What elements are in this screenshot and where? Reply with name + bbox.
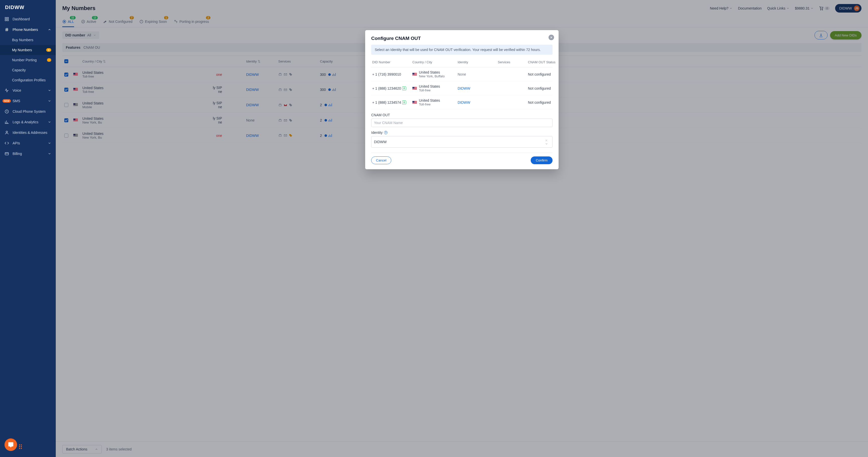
country-cell: United StatesNew York, Buffalo: [412, 70, 455, 78]
chat-button[interactable]: [4, 438, 17, 451]
info-message: Select an Identity that will be used for…: [371, 45, 553, 55]
nav-sub-buy[interactable]: Buy Numbers: [0, 35, 56, 45]
mcol-status: CNAM OUT Status: [528, 60, 561, 64]
voice-icon: [4, 88, 9, 93]
mcol-country: Country / City: [412, 60, 455, 64]
nav-label: Voice: [12, 88, 21, 92]
nav-label: APIs: [12, 141, 20, 145]
nav-cloud-phone[interactable]: Cloud Phone System: [0, 106, 56, 117]
nav-sub-config-profiles[interactable]: Configuration Profiles: [0, 75, 56, 85]
main-content: My Numbers Need Help? Documentation Quic…: [56, 0, 868, 457]
identity-cell: None: [458, 72, 495, 76]
chevron-down-icon: [48, 89, 51, 92]
clear-icon[interactable]: ✕: [545, 139, 548, 142]
code-icon: [4, 141, 9, 145]
nav-sub-capacity[interactable]: Capacity: [0, 65, 56, 75]
nav-label: Billing: [12, 152, 22, 156]
country-cell: United StatesToll-free: [412, 85, 455, 92]
id-badge-icon: [402, 100, 406, 104]
did-cell: + 1 (716) 3990010: [372, 72, 410, 76]
nav-sub-label: Number Porting: [12, 58, 37, 62]
status-cell: Not configured: [528, 72, 561, 76]
grid-icon: [4, 17, 9, 21]
country-cell: United StatesToll-free: [412, 98, 455, 106]
nav-sub-label: Capacity: [12, 68, 26, 72]
user-icon: [4, 130, 9, 135]
svg-rect-2: [5, 20, 6, 21]
flag-us-icon: [412, 87, 417, 90]
clock-icon: [4, 109, 9, 114]
nav-voice[interactable]: Voice: [0, 85, 56, 96]
modal-row: + 1 (888) 1234620 United StatesToll-free…: [371, 81, 553, 95]
close-button[interactable]: [549, 35, 554, 40]
svg-point-23: [404, 87, 404, 88]
modal-row: + 1 (716) 3990010 United StatesNew York,…: [371, 67, 553, 81]
flag-us-icon: [412, 73, 417, 76]
field-label: Identity: [371, 131, 382, 135]
help-icon[interactable]: ?: [384, 131, 388, 134]
nav-sub-porting[interactable]: Number Porting !: [0, 55, 56, 65]
nav-logs[interactable]: Logs & Analytics: [0, 117, 56, 127]
svg-rect-6: [5, 153, 8, 155]
brand-logo[interactable]: DIDWW: [0, 0, 56, 14]
configure-cnam-modal: Configure CNAM OUT Select an Identity th…: [365, 30, 559, 169]
svg-rect-0: [5, 17, 6, 19]
nav-label: SMS: [12, 99, 20, 103]
wallet-icon: [4, 152, 9, 156]
svg-rect-3: [7, 20, 8, 21]
close-icon: [550, 36, 553, 39]
nav-sms[interactable]: NEW SMS: [0, 96, 56, 106]
did-cell: + 1 (888) 1234620: [372, 86, 410, 90]
mcol-did: DID Number: [372, 60, 410, 64]
did-cell: + 1 (888) 1234574: [372, 100, 410, 104]
modal-overlay[interactable]: Configure CNAM OUT Select an Identity th…: [56, 0, 868, 457]
cancel-button[interactable]: Cancel: [371, 157, 391, 164]
identity-label: Identity ?: [371, 131, 553, 135]
nav-apis[interactable]: APIs: [0, 138, 56, 149]
nav-label: Dashboard: [12, 17, 30, 21]
cnam-out-label: CNAM OUT: [371, 113, 553, 117]
chevron-down-icon: [48, 99, 51, 103]
chevron-down-icon: [545, 142, 548, 145]
mcol-identity: Identity: [458, 60, 495, 64]
modal-row: + 1 (888) 1234574 United StatesToll-free…: [371, 95, 553, 109]
status-cell: Not configured: [528, 100, 561, 104]
identity-cell[interactable]: DIDWW: [458, 86, 495, 90]
select-value: DIDWW: [374, 140, 387, 144]
drag-handle-icon[interactable]: [19, 445, 22, 449]
hash-icon: [4, 27, 9, 32]
modal-title: Configure CNAM OUT: [371, 36, 553, 41]
mcol-services: Services: [498, 60, 525, 64]
cnam-out-input[interactable]: [371, 119, 553, 127]
nav-sub-label: Buy Numbers: [12, 38, 33, 42]
svg-point-5: [6, 131, 7, 133]
identity-select[interactable]: DIDWW ✕: [371, 136, 553, 148]
chevron-up-icon: [48, 28, 51, 31]
chevron-down-icon: [48, 152, 51, 156]
svg-rect-1: [7, 17, 8, 19]
chevron-down-icon: [48, 120, 51, 124]
sidebar: DIDWW Dashboard Phone Numbers Buy Number…: [0, 0, 56, 457]
id-badge-icon: [402, 86, 406, 90]
status-cell: Not configured: [528, 86, 561, 90]
svg-point-24: [404, 101, 404, 102]
confirm-button[interactable]: Confirm: [531, 157, 553, 164]
nav-sub-my-numbers[interactable]: My Numbers 8: [0, 45, 56, 55]
nav-label: Phone Numbers: [12, 28, 38, 32]
nav-phone-numbers[interactable]: Phone Numbers: [0, 24, 56, 35]
bar-chart-icon: [4, 120, 9, 124]
flag-us-icon: [412, 101, 417, 104]
nav-billing[interactable]: Billing: [0, 149, 56, 159]
count-badge: 8: [46, 48, 51, 52]
nav-label: Cloud Phone System: [12, 109, 46, 113]
nav-sub-label: Configuration Profiles: [12, 78, 46, 82]
chevron-down-icon: [48, 141, 51, 145]
identity-cell[interactable]: DIDWW: [458, 100, 495, 104]
alert-badge: !: [47, 58, 51, 62]
nav-dashboard[interactable]: Dashboard: [0, 14, 56, 24]
nav-label: Identities & Addresses: [12, 131, 48, 135]
nav-identities[interactable]: Identities & Addresses: [0, 127, 56, 138]
nav-sub-label: My Numbers: [12, 48, 32, 52]
new-badge: NEW: [2, 99, 11, 103]
nav-label: Logs & Analytics: [12, 120, 38, 124]
